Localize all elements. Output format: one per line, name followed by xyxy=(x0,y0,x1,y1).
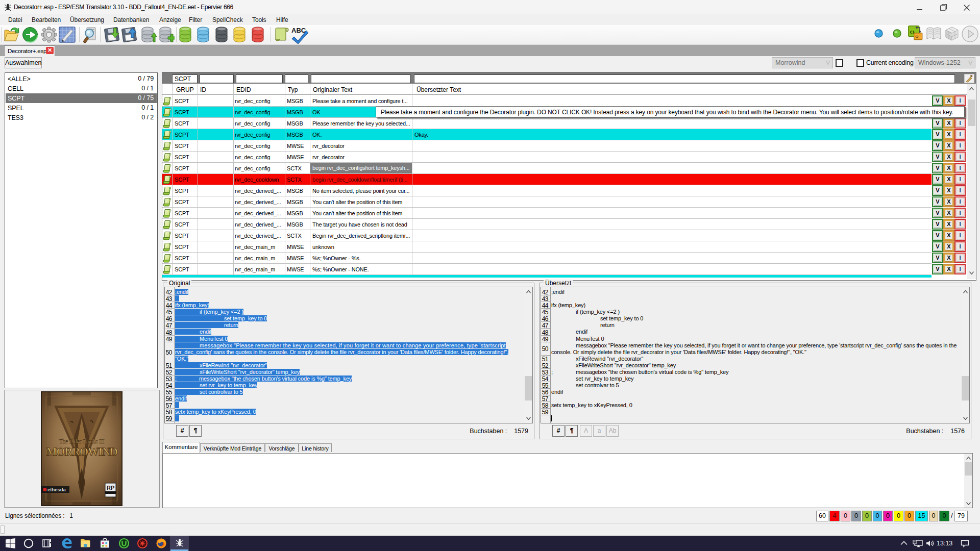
svg-text:ABC: ABC xyxy=(291,27,306,34)
svg-text:ethesda: ethesda xyxy=(47,487,66,492)
svg-text:The Elder Scrolls III: The Elder Scrolls III xyxy=(59,438,105,445)
svg-text:RP: RP xyxy=(107,485,114,491)
svg-text:MORROWIND: MORROWIND xyxy=(46,445,118,458)
svg-text:‹›: ‹› xyxy=(915,34,919,39)
